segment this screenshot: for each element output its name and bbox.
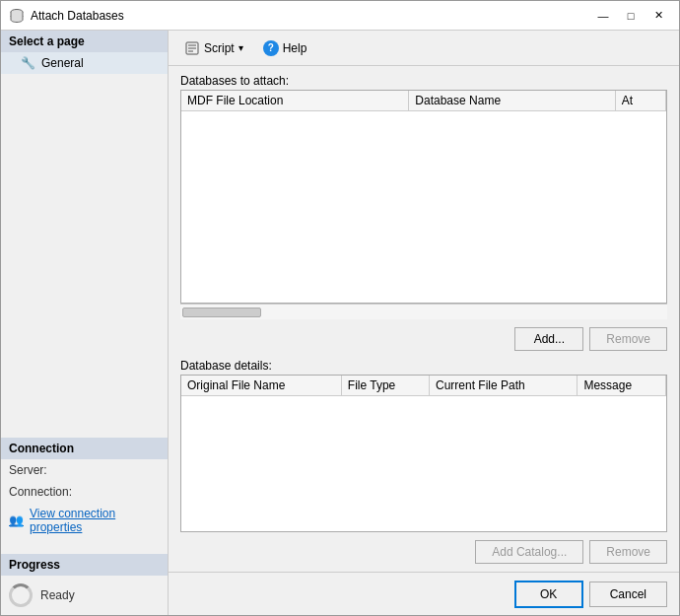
databases-table: MDF File LocationDatabase NameAt bbox=[181, 91, 666, 111]
database-icon bbox=[9, 8, 25, 24]
horizontal-scrollbar[interactable] bbox=[182, 308, 261, 317]
databases-label: Databases to attach: bbox=[180, 74, 667, 88]
col-file-type: File Type bbox=[341, 376, 429, 396]
help-icon: ? bbox=[263, 40, 279, 56]
wrench-icon: 🔧 bbox=[21, 56, 35, 70]
footer: OK Cancel bbox=[169, 572, 679, 615]
panel-content: Databases to attach: MDF File LocationDa… bbox=[169, 66, 679, 572]
add-catalog-button[interactable]: Add Catalog... bbox=[475, 540, 583, 564]
script-button[interactable]: Script ▾ bbox=[176, 37, 251, 59]
maximize-button[interactable]: □ bbox=[618, 6, 644, 26]
details-label: Database details: bbox=[180, 359, 667, 373]
spinner-icon bbox=[9, 583, 33, 607]
databases-button-row: Add... Remove bbox=[180, 327, 667, 351]
details-table-container[interactable]: Original File NameFile TypeCurrent File … bbox=[180, 375, 667, 532]
progress-status: Ready bbox=[40, 588, 75, 602]
toolbar: Script ▾ ? Help bbox=[169, 31, 679, 66]
col-mdf-file-location: MDF File Location bbox=[181, 91, 409, 111]
sidebar: Select a page 🔧 General Connection Serve… bbox=[1, 31, 169, 615]
details-button-row: Add Catalog... Remove bbox=[180, 540, 667, 564]
view-connection-link[interactable]: 👥 View connection properties bbox=[1, 503, 168, 538]
title-controls: — □ ✕ bbox=[590, 6, 671, 26]
details-remove-button[interactable]: Remove bbox=[589, 540, 667, 564]
title-bar-left: Attach Databases bbox=[9, 8, 124, 24]
progress-header: Progress bbox=[1, 554, 168, 576]
connection-header: Connection bbox=[1, 438, 168, 459]
people-icon: 👥 bbox=[9, 513, 24, 527]
select-page-header: Select a page bbox=[1, 31, 168, 52]
minimize-button[interactable]: — bbox=[590, 6, 616, 26]
sidebar-item-general[interactable]: 🔧 General bbox=[1, 52, 168, 74]
connection-label: Connection: bbox=[1, 481, 168, 503]
help-label: Help bbox=[283, 41, 307, 55]
progress-content: Ready bbox=[1, 576, 168, 615]
server-label: Server: bbox=[1, 459, 168, 481]
col-message: Message bbox=[578, 376, 666, 396]
view-connection-text: View connection properties bbox=[30, 507, 160, 534]
title-bar: Attach Databases — □ ✕ bbox=[1, 1, 679, 31]
cancel-button[interactable]: Cancel bbox=[589, 582, 667, 607]
col-current-file-path: Current File Path bbox=[429, 376, 577, 396]
ok-button[interactable]: OK bbox=[514, 581, 583, 608]
details-section: Database details: Original File NameFile… bbox=[180, 359, 667, 532]
remove-button[interactable]: Remove bbox=[589, 327, 667, 351]
horizontal-scrollbar-row bbox=[180, 304, 667, 319]
sidebar-item-label: General bbox=[41, 56, 84, 70]
col-database-name: Database Name bbox=[409, 91, 616, 111]
attach-databases-window: Attach Databases — □ ✕ Select a page 🔧 G… bbox=[0, 0, 680, 616]
databases-table-container[interactable]: MDF File LocationDatabase NameAt bbox=[180, 90, 667, 304]
col-original-file-name: Original File Name bbox=[181, 376, 341, 396]
databases-section: Databases to attach: MDF File LocationDa… bbox=[180, 74, 667, 319]
main-content: Select a page 🔧 General Connection Serve… bbox=[1, 31, 679, 615]
close-button[interactable]: ✕ bbox=[646, 6, 671, 26]
col-at: At bbox=[615, 91, 665, 111]
add-button[interactable]: Add... bbox=[514, 327, 583, 351]
dropdown-icon: ▾ bbox=[238, 42, 243, 53]
help-button[interactable]: ? Help bbox=[255, 37, 315, 59]
right-panel: Script ▾ ? Help Databases to attach: bbox=[169, 31, 679, 615]
details-table: Original File NameFile TypeCurrent File … bbox=[181, 376, 666, 396]
script-icon bbox=[184, 40, 200, 56]
script-label: Script bbox=[204, 41, 235, 55]
window-title: Attach Databases bbox=[31, 9, 124, 23]
